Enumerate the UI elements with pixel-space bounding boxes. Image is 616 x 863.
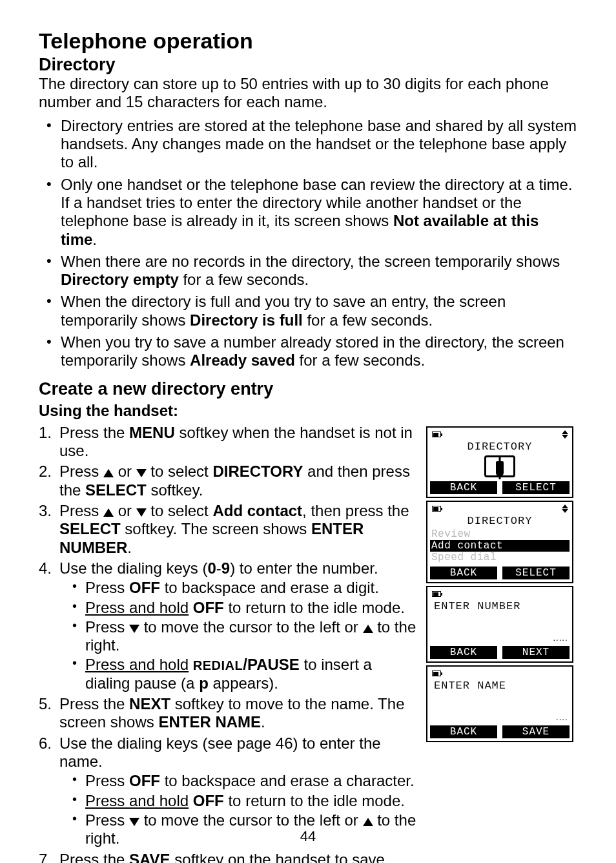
sub-item: Press to move the cursor to the left or … (75, 618, 417, 655)
screen-title: DIRECTORY (430, 515, 570, 527)
cursor-icon: .... (555, 714, 567, 722)
battery-icon (432, 671, 441, 676)
down-arrow-icon (136, 469, 147, 477)
bullet-item: When you try to save a number already st… (50, 333, 577, 370)
battery-icon (432, 591, 441, 597)
softkey-back[interactable]: BACK (430, 567, 497, 579)
page-title: Telephone operation (39, 28, 577, 54)
menu-item-speed-dial[interactable]: Speed dial (430, 552, 570, 563)
menu-item-review[interactable]: Review (430, 528, 570, 540)
battery-icon (432, 506, 441, 512)
screen-title: ENTER NUMBER (430, 600, 570, 612)
sub-item: Press and hold OFF to return to the idle… (75, 792, 417, 810)
sub-item: Press and hold OFF to return to the idle… (75, 599, 417, 617)
page-number: 44 (0, 828, 616, 845)
cursor-icon: ..... (552, 635, 567, 643)
step-2: Press or to select DIRECTORY and then pr… (39, 463, 417, 499)
softkey-save[interactable]: SAVE (502, 725, 570, 738)
step-4-sublist: Press OFF to backspace and erase a digit… (59, 579, 417, 692)
bullet-list: Directory entries are stored at the tele… (39, 117, 577, 370)
bullet-item: When there are no records in the directo… (50, 253, 577, 289)
softkey-back[interactable]: BACK (430, 646, 497, 659)
down-arrow-icon (136, 508, 147, 517)
screen-title: DIRECTORY (430, 441, 570, 453)
down-arrow-icon (129, 625, 139, 633)
updown-arrows-icon (562, 504, 568, 513)
intro-paragraph: The directory can store up to 50 entries… (39, 75, 577, 112)
bullet-item: When the directory is full and you try t… (50, 293, 577, 329)
sub-item: Press and hold REDIAL/PAUSE to insert a … (75, 656, 417, 692)
using-handset-heading: Using the handset: (39, 402, 577, 420)
lcd-screen-directory-menu: DIRECTORY Review Add contact Speed dial … (426, 501, 573, 583)
subsection-heading: Create a new directory entry (39, 379, 577, 399)
step-4: Use the dialing keys (0-9) to enter the … (39, 559, 417, 692)
lcd-screen-enter-name: ENTER NAME .... BACK SAVE (426, 665, 573, 742)
screen-title: ENTER NAME (430, 680, 570, 692)
up-arrow-icon (363, 625, 373, 633)
directory-book-icon (484, 455, 515, 477)
lcd-screen-enter-number: ENTER NUMBER ..... BACK NEXT (426, 586, 573, 663)
step-7: Press the SAVE softkey on the handset to… (39, 851, 417, 863)
sub-item: Press OFF to backspace and erase a chara… (75, 772, 417, 790)
steps-list: Press the MENU softkey when the handset … (39, 424, 417, 863)
softkey-back[interactable]: BACK (430, 725, 497, 738)
bullet-item: Only one handset or the telephone base c… (50, 176, 577, 249)
lcd-screen-directory: DIRECTORY BACK SELECT (426, 426, 573, 498)
up-arrow-icon (363, 818, 373, 826)
updown-arrows-icon (562, 430, 568, 439)
up-arrow-icon (103, 508, 114, 517)
step-3: Press or to select Add contact, then pre… (39, 502, 417, 557)
up-arrow-icon (103, 469, 114, 477)
down-arrow-icon (129, 818, 139, 826)
bullet-item: Directory entries are stored at the tele… (50, 117, 577, 172)
menu-item-add-contact[interactable]: Add contact (430, 540, 570, 552)
section-heading: Directory (39, 55, 577, 75)
sub-item: Press OFF to backspace and erase a digit… (75, 579, 417, 597)
softkey-back[interactable]: BACK (430, 481, 497, 494)
softkey-next[interactable]: NEXT (502, 646, 570, 659)
battery-icon (432, 432, 441, 437)
step-5: Press the NEXT softkey to move to the na… (39, 695, 417, 732)
softkey-select[interactable]: SELECT (502, 567, 570, 579)
step-1: Press the MENU softkey when the handset … (39, 424, 417, 461)
softkey-select[interactable]: SELECT (502, 481, 570, 494)
